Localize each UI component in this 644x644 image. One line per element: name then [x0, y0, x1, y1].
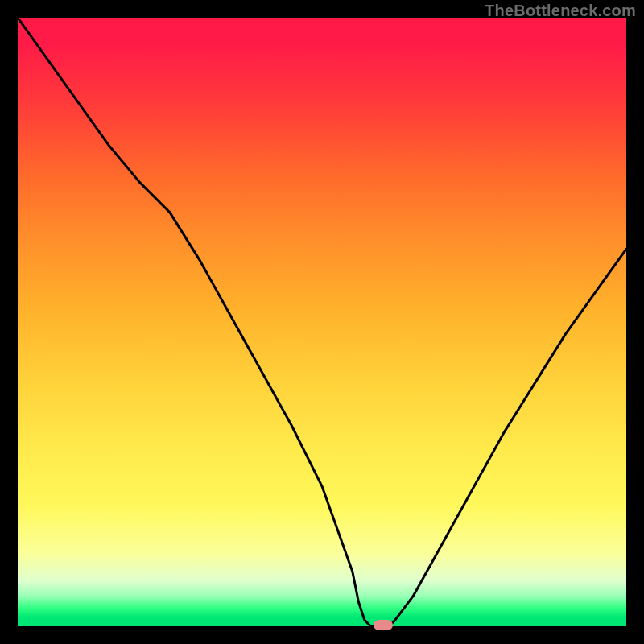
plot-area: [18, 18, 626, 626]
chart-container: TheBottleneck.com: [0, 0, 644, 644]
bottleneck-curve: [18, 18, 626, 626]
optimal-marker: [374, 620, 393, 630]
watermark-text: TheBottleneck.com: [485, 2, 636, 20]
